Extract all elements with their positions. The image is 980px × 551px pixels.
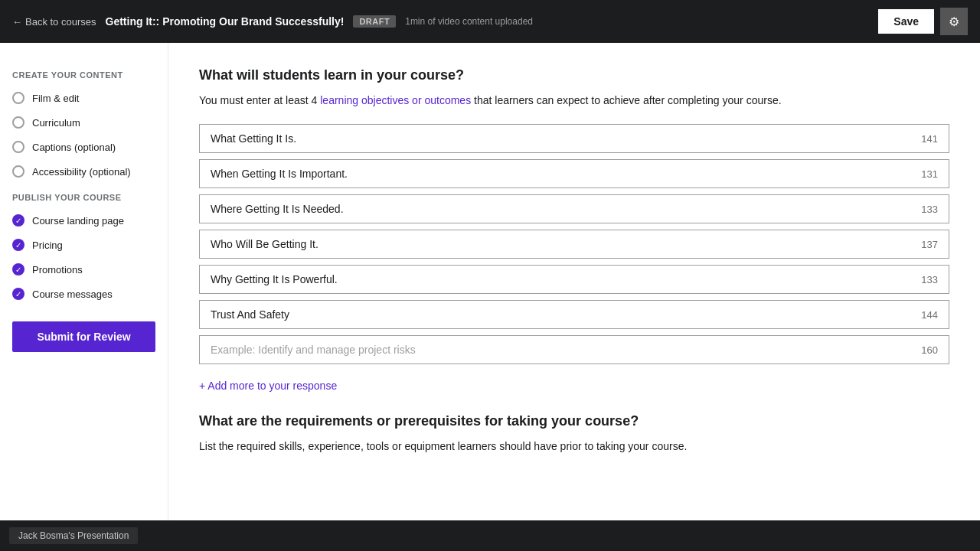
char-count-6: 144 (915, 309, 938, 321)
back-to-courses-link[interactable]: ← Back to courses (12, 16, 96, 28)
sidebar: Create your content Film & edit Curricul… (0, 43, 168, 551)
sidebar-label-course-messages: Course messages (32, 289, 113, 300)
main-content: What will students learn in your course?… (168, 43, 980, 551)
objectives-desc-after: that learners can expect to achieve afte… (471, 94, 781, 106)
check-promotions: ✓ (12, 263, 24, 276)
objective-input-2[interactable] (211, 168, 909, 180)
objective-item-4: 137 (199, 230, 949, 259)
objective-item-5: 133 (199, 265, 949, 294)
objective-item-7: 160 (199, 335, 949, 364)
objective-input-7[interactable] (211, 344, 909, 356)
sidebar-label-curriculum: Curriculum (32, 117, 80, 129)
objectives-link[interactable]: learning objectives or outcomes (320, 94, 471, 106)
objective-input-1[interactable] (211, 132, 909, 145)
sidebar-label-pricing: Pricing (32, 240, 63, 251)
radio-captions (12, 141, 24, 153)
taskbar: Jack Bosma's Presentation (0, 520, 980, 551)
char-count-4: 137 (915, 239, 938, 250)
sidebar-label-course-landing: Course landing page (32, 215, 124, 227)
gear-icon: ⚙ (949, 15, 959, 29)
sidebar-item-promotions[interactable]: ✓ Promotions (0, 257, 168, 282)
sidebar-item-film-edit[interactable]: Film & edit (0, 86, 168, 110)
objectives-description: You must enter at least 4 learning objec… (199, 93, 949, 109)
objective-input-5[interactable] (211, 273, 909, 285)
sidebar-label-accessibility: Accessibility (optional) (32, 166, 131, 178)
radio-curriculum (12, 116, 24, 129)
page-wrapper: Create your content Film & edit Curricul… (0, 43, 980, 551)
prerequisites-description: List the required skills, experience, to… (199, 439, 949, 455)
check-course-messages: ✓ (12, 288, 24, 300)
sidebar-item-course-messages[interactable]: ✓ Course messages (0, 282, 168, 306)
char-count-1: 141 (915, 133, 938, 145)
objective-item-2: 131 (199, 159, 949, 188)
objective-input-3[interactable] (211, 203, 909, 215)
add-more-label: + Add more to your response (199, 380, 337, 392)
sidebar-label-film-edit: Film & edit (32, 93, 79, 104)
sidebar-label-promotions: Promotions (32, 264, 83, 276)
char-count-2: 131 (915, 168, 938, 180)
objective-input-4[interactable] (211, 238, 909, 250)
radio-accessibility (12, 165, 24, 178)
topbar-actions: Save ⚙ (878, 8, 968, 35)
create-section-title: Create your content (0, 70, 168, 86)
objective-input-6[interactable] (211, 308, 909, 321)
draft-badge: DRAFT (353, 15, 396, 28)
objectives-heading: What will students learn in your course? (199, 67, 949, 83)
taskbar-presentation[interactable]: Jack Bosma's Presentation (9, 527, 138, 544)
publish-section-title: Publish your course (0, 193, 168, 208)
sidebar-item-accessibility[interactable]: Accessibility (optional) (0, 159, 168, 184)
objective-item-6: 144 (199, 300, 949, 329)
settings-button[interactable]: ⚙ (940, 8, 968, 35)
sidebar-item-course-landing[interactable]: ✓ Course landing page (0, 208, 168, 233)
objective-item-1: 141 (199, 124, 949, 153)
char-count-5: 133 (915, 274, 938, 285)
sidebar-label-captions: Captions (optional) (32, 142, 116, 153)
sidebar-item-curriculum[interactable]: Curriculum (0, 110, 168, 135)
top-bar: ← Back to courses Getting It:: Promoting… (0, 0, 980, 43)
check-course-landing: ✓ (12, 214, 24, 227)
check-pricing: ✓ (12, 239, 24, 251)
submit-for-review-button[interactable]: Submit for Review (12, 321, 155, 352)
radio-film-edit (12, 92, 24, 104)
save-button[interactable]: Save (878, 9, 934, 34)
prerequisites-heading: What are the requirements or prerequisit… (199, 413, 949, 429)
add-more-link[interactable]: + Add more to your response (199, 380, 337, 392)
sidebar-item-captions[interactable]: Captions (optional) (0, 135, 168, 159)
objective-item-3: 133 (199, 194, 949, 223)
back-label: Back to courses (25, 16, 96, 28)
course-title: Getting It:: Promoting Our Brand Success… (106, 15, 345, 28)
char-count-3: 133 (915, 204, 938, 215)
char-count-7: 160 (915, 344, 938, 356)
upload-status: 1min of video content uploaded (405, 16, 869, 27)
objectives-desc-before: You must enter at least 4 (199, 94, 320, 106)
chevron-left-icon: ← (12, 16, 22, 28)
sidebar-item-pricing[interactable]: ✓ Pricing (0, 233, 168, 257)
